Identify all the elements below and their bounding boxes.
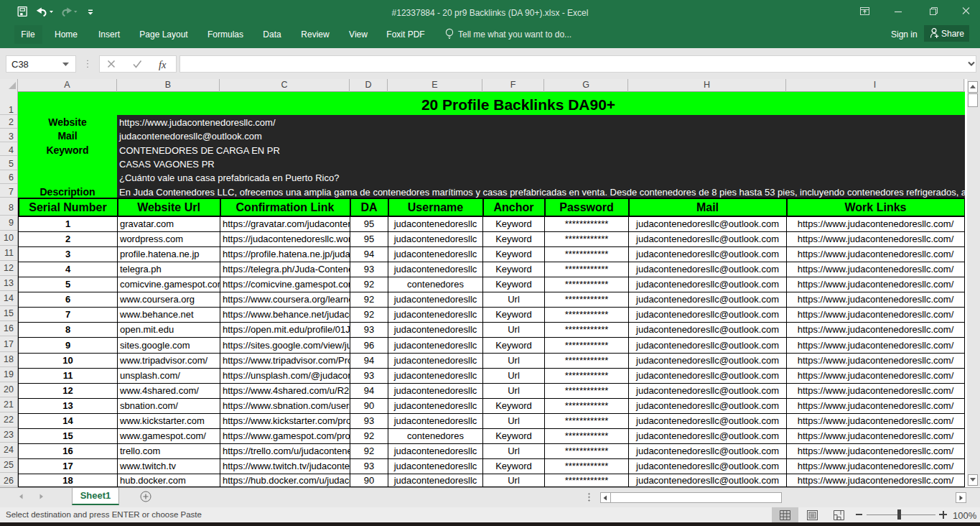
svg-text:fx: fx xyxy=(159,59,167,70)
